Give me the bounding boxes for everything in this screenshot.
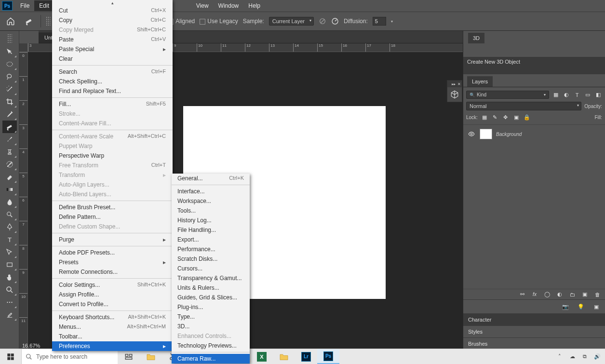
pref-d[interactable]: 3D... (172, 322, 250, 331)
zoom-tool[interactable] (2, 283, 17, 296)
move-tool[interactable] (2, 45, 17, 58)
explorer2-icon[interactable] (273, 349, 295, 364)
dropbox-icon[interactable]: ⧉ (581, 353, 589, 361)
hand-tool[interactable] (2, 271, 17, 283)
pref-type[interactable]: Type... (172, 312, 250, 322)
new-layer-icon[interactable]: ▣ (581, 291, 589, 298)
crop-tool[interactable] (2, 95, 17, 108)
edit-paste-special[interactable]: Paste Special (52, 44, 173, 54)
filter-adjust-icon[interactable]: ◐ (563, 91, 570, 99)
eyedropper-tool[interactable] (2, 108, 17, 121)
volume-icon[interactable]: 🔊 (593, 353, 601, 361)
filter-shape-icon[interactable]: ▭ (584, 91, 592, 99)
brush-tool[interactable] (2, 133, 17, 146)
edit-copy[interactable]: CopyCtrl+C (52, 15, 173, 25)
edit-purge[interactable]: Purge (52, 235, 173, 244)
expand-icon[interactable]: ▸▸ (452, 82, 456, 86)
shape-tool[interactable] (2, 258, 17, 271)
edit-keyboard-shortcuts[interactable]: Keyboard Shortcuts...Alt+Shift+Ctrl+K (52, 312, 173, 322)
type-tool[interactable]: T (2, 233, 17, 246)
pref-guides-grid-slices[interactable]: Guides, Grid & Slices... (172, 293, 250, 302)
tray-chevron-icon[interactable]: ˄ (556, 353, 564, 361)
filter-type-icon[interactable]: T (573, 91, 581, 99)
pref-performance[interactable]: Performance... (172, 244, 250, 254)
pen-tool[interactable] (2, 221, 17, 233)
layer-thumbnail[interactable] (480, 129, 492, 139)
history-brush-tool[interactable] (2, 158, 17, 171)
layer-row[interactable]: Background (466, 127, 602, 141)
pref-tools[interactable]: Tools... (172, 206, 250, 216)
filter-smart-icon[interactable]: ◧ (594, 91, 602, 99)
edit-check-spelling[interactable]: Check Spelling... (52, 77, 173, 86)
edit-preferences[interactable]: Preferences (52, 341, 173, 351)
file-explorer-icon[interactable] (140, 349, 162, 364)
menu-window[interactable]: Window (214, 0, 244, 11)
sample-dropdown[interactable]: Current Layer (269, 17, 314, 26)
adjustment-icon[interactable]: ◐ (556, 291, 564, 298)
gradient-tool[interactable] (2, 183, 17, 196)
current-tool-icon[interactable] (22, 14, 36, 28)
edit-adobe-pdf-presets[interactable]: Adobe PDF Presets... (52, 248, 173, 257)
filter-pixel-icon[interactable]: ▦ (552, 91, 560, 99)
edit-find-and-replace-text[interactable]: Find and Replace Text... (52, 86, 173, 96)
stamp-tool[interactable] (2, 146, 17, 158)
taskbar-search[interactable]: Type here to search (21, 349, 118, 364)
tab-brushes[interactable]: Brushes (463, 337, 605, 350)
menu-view[interactable]: View (191, 0, 214, 11)
excel-icon[interactable]: X (251, 349, 273, 364)
pref-export[interactable]: Export... (172, 235, 250, 244)
pref-scratch-disks[interactable]: Scratch Disks... (172, 254, 250, 264)
menu-help[interactable]: Help (243, 0, 265, 11)
dodge-tool[interactable] (2, 208, 17, 221)
healing-tool[interactable] (2, 121, 17, 133)
ruler-vertical[interactable]: 01234567891011 (19, 52, 28, 350)
pref-general[interactable]: General...Ctrl+K (172, 174, 250, 183)
pref-camera-raw[interactable]: Camera Raw... (172, 354, 250, 364)
lock-paint-icon[interactable]: ✎ (491, 113, 499, 121)
edit-paste[interactable]: PasteCtrl+V (52, 35, 173, 44)
3d-panel-icon[interactable] (447, 87, 462, 102)
pressure-icon[interactable] (331, 17, 339, 25)
pref-plug-ins[interactable]: Plug-ins... (172, 302, 250, 312)
pref-cursors[interactable]: Cursors... (172, 264, 250, 273)
edit-color-settings[interactable]: Color Settings...Shift+Ctrl+K (52, 280, 173, 290)
task-view-icon[interactable] (118, 349, 140, 364)
tool-grip-icon[interactable] (7, 34, 12, 43)
visibility-icon[interactable] (467, 130, 476, 138)
lasso-tool[interactable] (2, 70, 17, 83)
edit-assign-profile[interactable]: Assign Profile... (52, 290, 173, 299)
pref-transparency-gamut[interactable]: Transparency & Gamut... (172, 273, 250, 283)
edit-cut[interactable]: CutCtrl+X (52, 6, 173, 15)
blend-mode-dropdown[interactable]: Normal (466, 102, 581, 110)
pref-workspace[interactable]: Workspace... (172, 196, 250, 206)
eraser-tool[interactable] (2, 171, 17, 183)
edit-remote-connections[interactable]: Remote Connections... (52, 267, 173, 277)
light-icon[interactable]: 💡 (577, 303, 585, 310)
home-icon[interactable] (4, 14, 17, 28)
photoshop-taskbar-icon[interactable]: Ps (317, 349, 339, 364)
edit-define-pattern[interactable]: Define Pattern... (52, 212, 173, 222)
diffusion-input[interactable]: 5 (373, 17, 386, 26)
diffusion-stepper[interactable]: ▾ (391, 19, 393, 24)
tab-layers[interactable]: Layers (467, 76, 493, 87)
tab-3d[interactable]: 3D (468, 33, 484, 43)
edit-search[interactable]: SearchCtrl+F (52, 67, 173, 77)
marquee-tool[interactable] (2, 58, 17, 70)
lock-all-icon[interactable]: 🔒 (523, 113, 531, 121)
wand-tool[interactable] (2, 83, 17, 95)
group-icon[interactable]: 🗀 (568, 291, 576, 298)
zoom-level[interactable]: 16.67% (19, 343, 43, 349)
edit-presets[interactable]: Presets (52, 257, 173, 267)
render-icon[interactable]: ▣ (592, 303, 600, 310)
edit-perspective-warp[interactable]: Perspective Warp (52, 151, 173, 161)
layer-name[interactable]: Background (496, 132, 522, 137)
edit-clear[interactable]: Clear (52, 54, 173, 64)
close-icon[interactable]: ✕ (457, 82, 461, 86)
fx-icon[interactable]: fx (531, 291, 538, 298)
layer-filter-kind[interactable]: Kind▾ (466, 91, 549, 99)
pref-history-log[interactable]: History Log... (172, 216, 250, 225)
path-tool[interactable] (2, 246, 17, 258)
lightroom-icon[interactable]: Lr (295, 349, 317, 364)
menu-edit[interactable]: Edit (34, 0, 54, 11)
menu-file[interactable]: File (15, 0, 34, 11)
